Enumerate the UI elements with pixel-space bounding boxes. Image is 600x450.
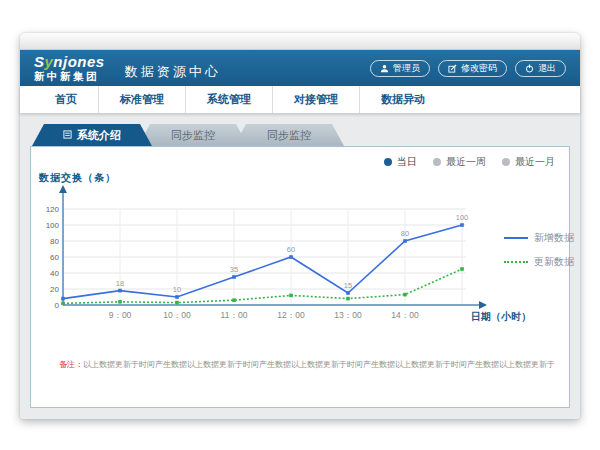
radio-dot: [433, 158, 441, 166]
user-toolbar: 管理员 修改密码 退出: [370, 60, 566, 77]
svg-text:14：00: 14：00: [391, 310, 419, 320]
brand-logo: Synjones 新中新集团: [34, 54, 105, 82]
logo-text: Synjones: [34, 54, 105, 69]
change-password-label: 修改密码: [461, 62, 497, 75]
note-label: 备注：: [59, 360, 83, 369]
user-label: 管理员: [393, 62, 420, 75]
radio-today[interactable]: 当日: [384, 155, 417, 169]
svg-text:20: 20: [50, 285, 59, 294]
svg-text:100: 100: [46, 221, 60, 230]
svg-text:18: 18: [116, 279, 124, 288]
nav-item-standard-mgmt[interactable]: 标准管理: [98, 86, 185, 113]
svg-text:15: 15: [344, 281, 352, 290]
nav-item-interface-mgmt[interactable]: 对接管理: [272, 86, 359, 113]
tab-system-intro[interactable]: 系统介绍: [32, 124, 152, 146]
legend-label: 更新数据: [534, 255, 574, 269]
svg-text:12：00: 12：00: [277, 310, 305, 320]
nav-item-home[interactable]: 首页: [34, 86, 98, 113]
legend-item-updated-data: 更新数据: [504, 255, 574, 269]
page-title: 数据资源中心: [125, 63, 221, 81]
tab-bar: 系统介绍 同步监控 同步监控: [32, 124, 570, 146]
note-text: 以上数据更新于时间产生数据以上数据更新于时间产生数据以上数据更新于时间产生数据以…: [83, 360, 555, 369]
tab-label: 系统介绍: [77, 128, 121, 143]
app-window: Synjones 新中新集团 数据资源中心 管理员 修改密码 退出: [20, 33, 580, 419]
document-icon: [63, 129, 72, 141]
radio-last-week[interactable]: 最近一周: [433, 155, 486, 169]
change-password-button[interactable]: 修改密码: [438, 60, 507, 77]
radio-label: 最近一周: [446, 155, 486, 169]
main-nav: 首页 标准管理 系统管理 对接管理 数据异动: [20, 86, 580, 113]
svg-text:80: 80: [50, 237, 59, 246]
svg-text:60: 60: [287, 245, 295, 254]
user-icon: [380, 64, 389, 73]
nav-item-data-change[interactable]: 数据异动: [359, 86, 446, 113]
nav-item-system-mgmt[interactable]: 系统管理: [185, 86, 272, 113]
logo-subtitle: 新中新集团: [34, 71, 105, 82]
svg-text:日期（小时）: 日期（小时）: [471, 311, 531, 322]
radio-last-month[interactable]: 最近一月: [502, 155, 555, 169]
svg-text:35: 35: [230, 265, 238, 274]
radio-label: 最近一月: [515, 155, 555, 169]
svg-text:60: 60: [50, 253, 59, 262]
legend-swatch-green-dotted: [504, 261, 528, 263]
svg-text:13：00: 13：00: [334, 310, 362, 320]
window-chrome: [20, 33, 580, 50]
app-header: Synjones 新中新集团 数据资源中心 管理员 修改密码 退出: [20, 50, 580, 86]
tab-sync-monitor-2[interactable]: 同步监控: [234, 124, 344, 146]
radio-dot: [384, 158, 392, 166]
svg-text:120: 120: [46, 205, 60, 214]
radio-label: 当日: [397, 155, 417, 169]
tab-label: 同步监控: [171, 128, 215, 143]
svg-text:0: 0: [55, 301, 60, 310]
chart-panel: 当日 最近一周 最近一月 数据交换（条） 0204060801001209：00…: [30, 146, 570, 408]
edit-icon: [448, 64, 457, 73]
user-button[interactable]: 管理员: [370, 60, 430, 77]
svg-text:10: 10: [173, 285, 181, 294]
svg-text:80: 80: [401, 229, 409, 238]
chart-legend: 新增数据 更新数据: [504, 231, 574, 279]
svg-text:10：00: 10：00: [163, 310, 191, 320]
legend-label: 新增数据: [534, 231, 574, 245]
svg-text:9：00: 9：00: [109, 310, 132, 320]
line-chart: 0204060801001209：0010：0011：0012：0013：001…: [45, 183, 545, 333]
radio-dot: [502, 158, 510, 166]
legend-item-new-data: 新增数据: [504, 231, 574, 245]
tab-sync-monitor-1[interactable]: 同步监控: [138, 124, 248, 146]
content-area: 系统介绍 同步监控 同步监控 当日 最近一周: [20, 112, 580, 419]
logout-button[interactable]: 退出: [515, 60, 566, 77]
tab-label: 同步监控: [267, 128, 311, 143]
legend-swatch-blue-line: [504, 237, 528, 239]
svg-text:40: 40: [50, 269, 59, 278]
time-range-filter: 当日 最近一周 最近一月: [384, 155, 555, 169]
power-icon: [525, 64, 534, 73]
logout-label: 退出: [538, 62, 556, 75]
footer-note: 备注：以上数据更新于时间产生数据以上数据更新于时间产生数据以上数据更新于时间产生…: [59, 359, 555, 370]
svg-text:11：00: 11：00: [221, 310, 248, 320]
svg-text:100: 100: [456, 213, 469, 222]
